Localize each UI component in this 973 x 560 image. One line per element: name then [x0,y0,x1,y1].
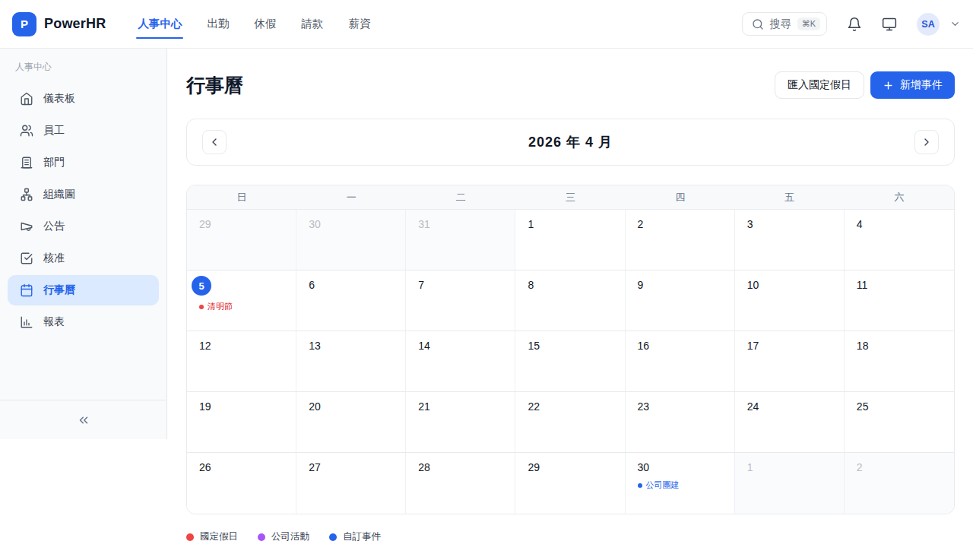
sidebar-item-calendar[interactable]: 行事曆 [8,275,159,305]
calendar-week-row: 19202122232425 [187,392,954,453]
add-event-button[interactable]: 新增事件 [870,71,955,99]
sidebar-item-employees[interactable]: 員工 [8,115,159,146]
sidebar-item-departments[interactable]: 部門 [8,147,159,178]
search-icon [752,18,764,30]
calendar-day-cell[interactable]: 6 [296,271,406,331]
calendar-day-cell-today[interactable]: 5清明節 [187,271,296,331]
brand[interactable]: P PowerHR [12,12,106,36]
sidebar-collapse-button[interactable] [77,413,90,427]
calendar-day-cell[interactable]: 17 [735,331,845,391]
next-month-button[interactable] [914,130,939,154]
date-number: 2 [857,460,942,474]
user-menu-chevron[interactable] [949,18,961,30]
nav-tab-leave[interactable]: 休假 [254,0,276,49]
calendar-day-cell[interactable]: 11 [845,271,954,331]
chevron-right-icon [921,136,933,148]
calendar-day-cell[interactable]: 19 [187,392,296,452]
calendar-day-cell[interactable]: 8 [515,271,625,331]
sidebar-item-label: 核准 [43,252,65,265]
sidebar-item-dashboard[interactable]: 儀表板 [8,84,159,114]
calendar-day-cell[interactable]: 2 [845,453,954,514]
sidebar-item-label: 儀表板 [43,92,75,106]
page-header: 行事曆 匯入國定假日 新增事件 [186,71,955,99]
calendar-day-cell[interactable]: 9 [626,271,735,331]
date-number: 30 [638,460,722,474]
sidebar-item-reports[interactable]: 報表 [8,307,159,337]
calendar-day-cell[interactable]: 29 [187,210,296,270]
calendar-day-cell[interactable]: 14 [406,331,515,391]
calendar-week-row: 2627282930公司團建12 [187,453,954,514]
calendar-day-cell[interactable]: 29 [515,453,625,514]
calendar-day-cell[interactable]: 22 [515,392,625,452]
date-number: 1 [747,460,832,474]
display-mode-button[interactable] [882,17,897,32]
nav-tab-payroll[interactable]: 薪資 [348,0,370,49]
calendar-day-cell[interactable]: 16 [626,331,735,391]
calendar-day-cell[interactable]: 13 [296,331,406,391]
calendar-day-cell[interactable]: 4 [845,210,954,270]
notifications-button[interactable] [847,17,862,32]
calendar-day-cell[interactable]: 12 [187,331,296,391]
date-number: 14 [418,339,502,353]
weekday-header: 日 [187,185,296,209]
calendar-day-cell[interactable]: 7 [406,271,515,331]
calendar-day-cell[interactable]: 31 [406,210,515,270]
legend-label: 自訂事件 [343,530,381,543]
date-number: 2 [638,217,722,231]
nav-tab-hr-center[interactable]: 人事中心 [138,0,182,49]
calendar-event[interactable]: 公司團建 [638,479,722,491]
sidebar-item-org-chart[interactable]: 組織圖 [8,179,159,210]
date-number: 26 [199,460,284,474]
calendar-day-cell[interactable]: 28 [406,453,515,514]
nav-tab-attendance[interactable]: 出勤 [207,0,229,49]
date-number: 4 [857,217,942,231]
calendar-week-row: 5清明節67891011 [187,271,954,331]
calendar-day-cell[interactable]: 1 [735,453,845,514]
calendar-day-cell[interactable]: 18 [845,331,954,391]
event-dot [199,305,204,309]
previous-month-button[interactable] [202,130,227,154]
date-number: 27 [309,460,393,474]
sidebar-footer [0,400,166,439]
date-number: 6 [309,278,393,292]
calendar-day-cell[interactable]: 15 [515,331,625,391]
sidebar-item-label: 公告 [43,220,65,233]
import-holidays-button[interactable]: 匯入國定假日 [775,71,864,99]
date-number: 28 [418,460,502,474]
nav-tab-expense[interactable]: 請款 [301,0,323,49]
calendar-day-cell[interactable]: 3 [735,210,845,270]
weekday-header: 二 [406,185,515,209]
search-input[interactable]: 搜尋 ⌘K [742,12,827,36]
calendar-day-cell[interactable]: 26 [187,453,296,514]
calendar-day-cell[interactable]: 2 [626,210,735,270]
calendar-day-cell[interactable]: 21 [406,392,515,452]
legend-item-company-event: 公司活動 [258,530,309,543]
calendar-day-cell[interactable]: 20 [296,392,406,452]
plus-icon [883,80,894,91]
date-number: 29 [528,460,612,474]
avatar[interactable]: SA [917,13,940,36]
app-name: PowerHR [44,16,106,32]
date-number: 31 [418,217,502,231]
page-actions: 匯入國定假日 新增事件 [775,71,955,99]
date-number: 22 [528,400,612,413]
sidebar: 人事中心 儀表板 員工 部門 組織圖 公告 核准 [0,49,167,439]
calendar-day-cell[interactable]: 25 [845,392,954,452]
calendar-day-cell[interactable]: 23 [626,392,735,452]
sidebar-item-label: 行事曆 [43,283,75,297]
calendar-day-cell[interactable]: 30公司團建 [626,453,735,514]
calendar-event[interactable]: 清明節 [199,301,284,312]
date-number: 12 [199,339,284,353]
calendar-day-cell[interactable]: 24 [735,392,845,452]
company-event-dot [258,533,265,541]
calendar-day-cell[interactable]: 30 [296,210,406,270]
calendar-day-cell[interactable]: 27 [296,453,406,514]
weekday-header-row: 日 一 二 三 四 五 六 [187,185,954,210]
calendar-day-cell[interactable]: 1 [515,210,625,270]
chevrons-left-icon [77,413,90,427]
search-shortcut-badge: ⌘K [797,17,820,30]
event-label: 清明節 [208,301,233,312]
calendar-day-cell[interactable]: 10 [735,271,845,331]
sidebar-item-announcements[interactable]: 公告 [8,211,159,242]
sidebar-item-approvals[interactable]: 核准 [8,243,159,274]
